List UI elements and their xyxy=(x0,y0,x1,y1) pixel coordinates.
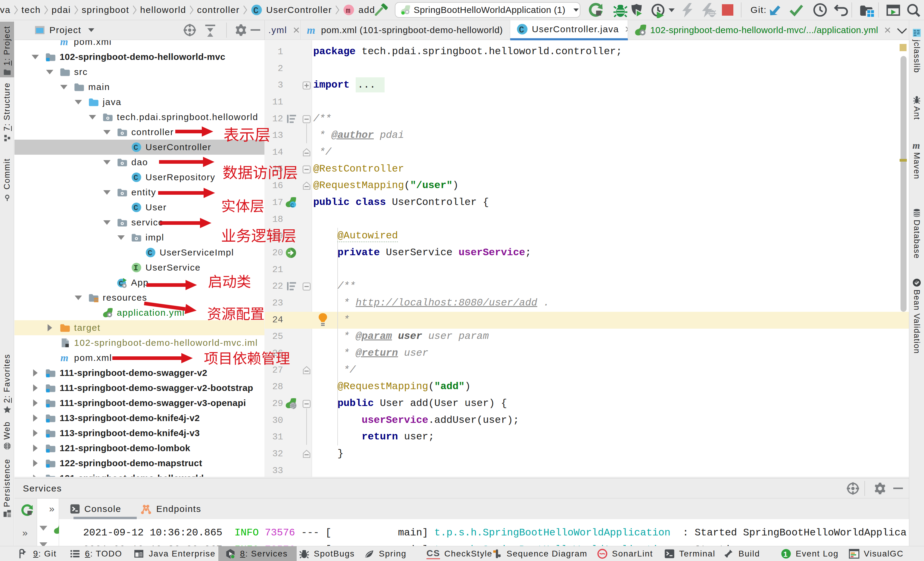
svg-text:1: 1 xyxy=(783,550,789,558)
svg-text:m: m xyxy=(912,141,921,151)
svg-text:m: m xyxy=(346,7,352,15)
svg-text:c: c xyxy=(290,202,296,209)
